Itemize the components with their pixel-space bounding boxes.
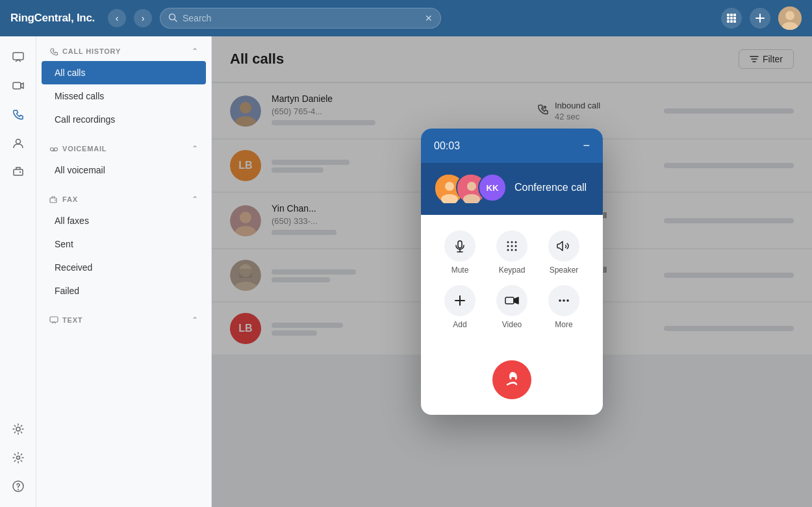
svg-point-48: [445, 182, 454, 191]
chevron-down-icon: ⌃: [192, 315, 198, 325]
add-button[interactable]: [750, 8, 770, 29]
svg-rect-3: [730, 14, 733, 16]
sidebar-icon-message[interactable]: [5, 44, 31, 70]
keypad-icon: [496, 230, 527, 262]
nav-sidebar: CALL HISTORY ⌃ All calls Missed calls Ca…: [36, 36, 212, 507]
end-call-section: [421, 352, 603, 415]
nav-section-header-text[interactable]: TEXT ⌃: [36, 305, 211, 330]
nav-section-fax: FAX ⌃ All faxes Sent Received Failed: [36, 184, 211, 303]
sidebar-icon-extensions[interactable]: [5, 416, 31, 442]
svg-point-57: [515, 241, 517, 243]
call-controls: Mute Keypad: [421, 215, 603, 352]
more-label: More: [555, 320, 572, 329]
svg-rect-9: [730, 20, 733, 23]
sidebar-icon-fax[interactable]: [5, 158, 31, 184]
svg-point-18: [16, 140, 20, 144]
nav-section-text: TEXT ⌃: [36, 305, 211, 330]
svg-point-14: [785, 11, 794, 20]
sidebar-bottom-icons: [5, 416, 31, 499]
modal-overlay: 00:03 − KK Conference call: [212, 36, 812, 507]
sidebar-icon-settings[interactable]: [5, 445, 31, 471]
call-timer: 00:03: [434, 140, 460, 152]
mute-label: Mute: [451, 266, 469, 275]
nav-item-all-faxes[interactable]: All faxes: [42, 209, 206, 232]
conference-section: KK Conference call: [421, 163, 603, 215]
nav-section-header-voicemail[interactable]: VOICEMAIL ⌃: [36, 134, 211, 158]
svg-point-21: [16, 427, 20, 431]
svg-point-51: [467, 182, 476, 191]
controls-row-2: Add Video: [434, 285, 590, 329]
chevron-down-icon: ⌃: [192, 144, 198, 153]
add-icon: [444, 285, 476, 316]
nav-item-all-voicemail[interactable]: All voicemail: [42, 158, 206, 182]
svg-rect-7: [733, 17, 736, 19]
app-logo: RingCentral, Inc.: [10, 12, 95, 25]
svg-rect-17: [13, 82, 21, 89]
nav-section-header-call-history[interactable]: CALL HISTORY ⌃: [36, 36, 211, 61]
svg-point-59: [511, 245, 513, 247]
svg-point-25: [51, 148, 54, 151]
end-call-button[interactable]: [492, 360, 531, 399]
search-bar: ✕: [160, 8, 441, 29]
nav-item-missed-calls[interactable]: Missed calls: [42, 84, 206, 108]
icon-sidebar: [0, 36, 36, 507]
nav-item-failed[interactable]: Failed: [42, 279, 206, 303]
svg-rect-20: [19, 171, 21, 173]
nav-item-received[interactable]: Received: [42, 256, 206, 279]
sidebar-icon-video[interactable]: [5, 73, 31, 99]
more-icon: [548, 285, 579, 316]
speaker-icon: [548, 230, 579, 262]
svg-rect-2: [727, 14, 730, 16]
nav-section-voicemail: VOICEMAIL ⌃ All voicemail: [36, 134, 211, 182]
mute-button[interactable]: Mute: [444, 230, 476, 275]
svg-rect-66: [505, 297, 514, 304]
nav-item-call-recordings[interactable]: Call recordings: [42, 108, 206, 131]
svg-rect-5: [727, 17, 730, 19]
sidebar-icon-phone[interactable]: [5, 101, 31, 127]
speaker-label: Speaker: [550, 266, 579, 275]
svg-rect-19: [14, 169, 23, 175]
sidebar-icon-help[interactable]: [5, 473, 31, 499]
back-button[interactable]: ‹: [108, 9, 126, 27]
nav-item-sent[interactable]: Sent: [42, 232, 206, 256]
svg-point-67: [559, 299, 561, 302]
sidebar-icon-contacts[interactable]: [5, 130, 31, 156]
svg-point-61: [507, 249, 509, 251]
search-icon: [168, 13, 177, 24]
svg-rect-6: [730, 17, 733, 19]
more-button[interactable]: More: [548, 285, 579, 329]
forward-button[interactable]: ›: [134, 9, 152, 27]
svg-point-55: [507, 241, 509, 243]
svg-point-56: [511, 241, 513, 243]
svg-point-26: [55, 148, 58, 151]
video-icon: [496, 285, 527, 316]
speaker-button[interactable]: Speaker: [548, 230, 579, 275]
svg-rect-10: [733, 20, 736, 23]
svg-rect-16: [13, 53, 23, 60]
user-avatar[interactable]: [778, 6, 802, 30]
svg-point-58: [507, 245, 509, 247]
search-clear-button[interactable]: ✕: [425, 13, 433, 23]
controls-row-1: Mute Keypad: [434, 230, 590, 275]
svg-point-69: [566, 299, 569, 302]
svg-point-60: [515, 245, 517, 247]
svg-rect-30: [50, 317, 58, 322]
nav-item-all-calls[interactable]: All calls: [42, 61, 206, 84]
call-modal: 00:03 − KK Conference call: [421, 129, 603, 415]
search-input[interactable]: [183, 13, 420, 23]
participant-avatar-3: KK: [478, 173, 507, 202]
svg-point-24: [18, 489, 19, 490]
grid-menu-button[interactable]: [721, 8, 742, 29]
chevron-down-icon: ⌃: [192, 47, 198, 56]
add-button[interactable]: Add: [444, 285, 476, 329]
nav-section-header-fax[interactable]: FAX ⌃: [36, 184, 211, 209]
svg-rect-4: [733, 14, 736, 16]
video-label: Video: [502, 320, 522, 329]
svg-rect-29: [55, 200, 56, 201]
svg-line-1: [174, 19, 177, 21]
content-area: All calls Filter Martyn Daniele (650) 76…: [212, 36, 812, 507]
video-button[interactable]: Video: [496, 285, 527, 329]
minimize-button[interactable]: −: [583, 139, 590, 153]
keypad-button[interactable]: Keypad: [496, 230, 527, 275]
nav-section-call-history: CALL HISTORY ⌃ All calls Missed calls Ca…: [36, 36, 211, 131]
